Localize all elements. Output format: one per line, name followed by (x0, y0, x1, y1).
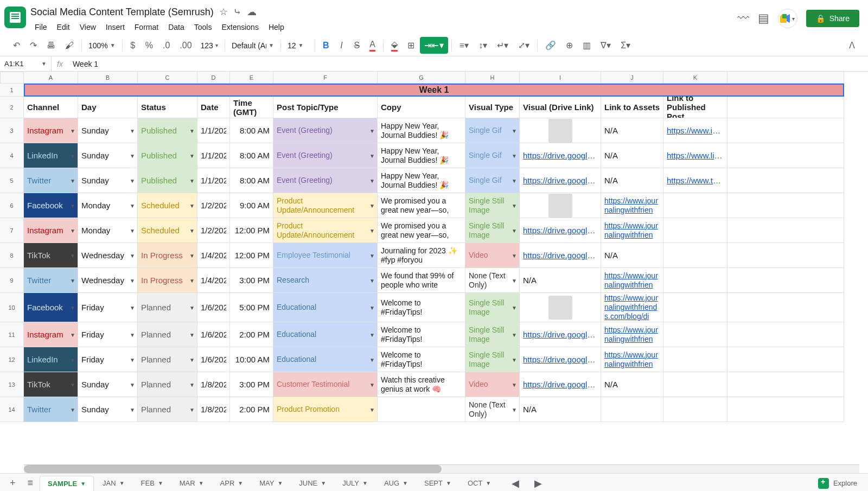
chart-button[interactable]: ▥ (578, 37, 595, 54)
channel-cell[interactable]: Facebook▼ (24, 293, 78, 322)
dropdown-arrow-icon[interactable]: ▼ (369, 227, 375, 233)
dropdown-arrow-icon[interactable]: ▼ (512, 331, 517, 337)
published-cell[interactable] (663, 372, 727, 397)
visual-type-cell[interactable]: Single Still Image▼ (465, 347, 520, 372)
increase-decimal-button[interactable]: .00 (175, 37, 196, 54)
visual-type-cell[interactable]: Single Gif▼ (465, 143, 520, 168)
day-cell[interactable]: Wednesday▼ (78, 268, 138, 293)
sheet-tab-june[interactable]: JUNE▼ (291, 476, 334, 491)
menu-tools[interactable]: Tools (190, 21, 216, 34)
topic-cell[interactable]: Product Promotion▼ (273, 397, 378, 422)
copy-cell[interactable]: We promised you a great new year—so, (378, 193, 465, 218)
published-cell[interactable] (663, 397, 727, 422)
col-header-F[interactable]: F (273, 72, 378, 84)
published-cell[interactable]: https://www.linkedin.com/linktc (663, 143, 727, 168)
col-header-B[interactable]: B (78, 72, 138, 84)
visual-type-cell[interactable]: Single Gif▼ (465, 168, 520, 193)
dropdown-arrow-icon[interactable]: ▼ (512, 202, 517, 208)
assets-cell[interactable] (601, 397, 663, 422)
sheet-tab-aug[interactable]: AUG▼ (376, 476, 416, 491)
day-cell[interactable]: Sunday▼ (78, 143, 138, 168)
date-cell[interactable]: 1/6/2023 (197, 293, 230, 322)
dropdown-arrow-icon[interactable]: ▼ (130, 152, 135, 158)
comment-button[interactable]: ⊕ (561, 37, 577, 54)
bold-button[interactable]: B (318, 37, 334, 54)
row-header-11[interactable]: 11 (0, 322, 24, 347)
visual-type-cell[interactable]: Single Still Image▼ (465, 218, 520, 243)
status-cell[interactable]: Published▼ (138, 143, 197, 168)
assets-cell[interactable]: N/A (601, 143, 663, 168)
published-cell[interactable] (663, 322, 727, 347)
date-cell[interactable]: 1/6/2023 (197, 347, 230, 372)
day-cell[interactable]: Monday▼ (78, 218, 138, 243)
date-cell[interactable]: 1/4/2023 (197, 268, 230, 293)
menu-edit[interactable]: Edit (53, 21, 74, 34)
topic-cell[interactable]: Research▼ (273, 268, 378, 293)
published-cell[interactable] (663, 193, 727, 218)
drive-link[interactable]: https://drive.google.c (523, 226, 597, 235)
channel-cell[interactable]: Instagram▼ (24, 218, 78, 243)
dropdown-arrow-icon[interactable]: ▼ (512, 406, 517, 412)
dropdown-arrow-icon[interactable]: ▼ (130, 356, 135, 362)
published-cell[interactable] (663, 347, 727, 372)
published-link[interactable]: https://www.instagram.com/lin (667, 126, 724, 135)
dropdown-arrow-icon[interactable]: ▼ (189, 304, 195, 310)
borders-button[interactable]: ⊞ (403, 37, 419, 54)
menu-data[interactable]: Data (164, 21, 189, 34)
day-cell[interactable]: Friday▼ (78, 347, 138, 372)
published-cell[interactable] (663, 243, 727, 268)
dropdown-arrow-icon[interactable]: ▼ (130, 252, 135, 258)
time-cell[interactable]: 9:00 AM (230, 193, 273, 218)
currency-button[interactable]: $ (126, 37, 140, 54)
header-cell[interactable]: Date (197, 97, 230, 118)
dropdown-arrow-icon[interactable]: ▼ (70, 331, 75, 337)
strikethrough-button[interactable]: S (349, 37, 364, 54)
topic-cell[interactable]: Educational▼ (273, 347, 378, 372)
copy-cell[interactable]: Happy New Year, Journal Buddies! 🎉 (378, 168, 465, 193)
cloud-icon[interactable]: ☁ (247, 6, 257, 18)
status-cell[interactable]: Planned▼ (138, 347, 197, 372)
day-cell[interactable]: Friday▼ (78, 322, 138, 347)
dropdown-arrow-icon[interactable]: ▼ (130, 406, 135, 412)
text-color-button[interactable]: A (365, 36, 380, 55)
status-cell[interactable]: Planned▼ (138, 397, 197, 422)
dropdown-arrow-icon[interactable]: ▼ (369, 152, 375, 158)
dropdown-arrow-icon[interactable]: ▼ (130, 331, 135, 337)
visual-cell[interactable]: https://drive.google.c (520, 322, 601, 347)
dropdown-arrow-icon[interactable]: ▼ (369, 177, 375, 183)
day-cell[interactable]: Sunday▼ (78, 168, 138, 193)
visual-cell[interactable]: N/A (520, 268, 601, 293)
paint-format-button[interactable]: 🖌 (61, 37, 78, 54)
status-cell[interactable]: Scheduled▼ (138, 218, 197, 243)
dropdown-arrow-icon[interactable]: ▼ (189, 406, 195, 412)
date-cell[interactable]: 1/1/2023 (197, 118, 230, 143)
channel-cell[interactable]: Facebook▼ (24, 193, 78, 218)
visual-cell[interactable] (520, 118, 601, 143)
row-header-12[interactable]: 12 (0, 347, 24, 372)
dropdown-arrow-icon[interactable]: ▼ (189, 381, 195, 387)
time-cell[interactable]: 8:00 AM (230, 143, 273, 168)
dropdown-arrow-icon[interactable]: ▼ (369, 127, 375, 133)
italic-button[interactable]: I (334, 37, 348, 54)
time-cell[interactable]: 10:00 AM (230, 347, 273, 372)
channel-cell[interactable]: Instagram▼ (24, 322, 78, 347)
merge-button[interactable]: ⇥⇤▾ (420, 37, 448, 54)
status-cell[interactable]: Planned▼ (138, 322, 197, 347)
visual-cell[interactable]: https://drive.google.c (520, 218, 601, 243)
fontsize-select[interactable]: 12▼ (284, 39, 311, 52)
published-cell[interactable]: https://www.twitter.com/linktop (663, 168, 727, 193)
visual-type-cell[interactable]: None (Text Only)▼ (465, 268, 520, 293)
sheet-tab-sept[interactable]: SEPT▼ (417, 476, 459, 491)
h-align-button[interactable]: ≡▾ (455, 37, 473, 54)
assets-cell[interactable]: https://www.journalingwithfrien (601, 347, 663, 372)
visual-cell[interactable]: https://drive.google.c (520, 347, 601, 372)
dropdown-arrow-icon[interactable]: ▼ (512, 356, 517, 362)
dropdown-arrow-icon[interactable]: ▼ (512, 252, 517, 258)
filter-button[interactable]: ∇▾ (596, 37, 615, 54)
assets-link[interactable]: https://www.journalingwithfriends.com/bl… (604, 294, 660, 321)
visual-cell[interactable]: https://drive.google.c (520, 143, 601, 168)
status-cell[interactable]: In Progress▼ (138, 268, 197, 293)
dropdown-arrow-icon[interactable]: ▼ (70, 356, 75, 362)
assets-link[interactable]: https://www.journalingwithfrien (604, 350, 660, 369)
dropdown-arrow-icon[interactable]: ▼ (369, 356, 375, 362)
